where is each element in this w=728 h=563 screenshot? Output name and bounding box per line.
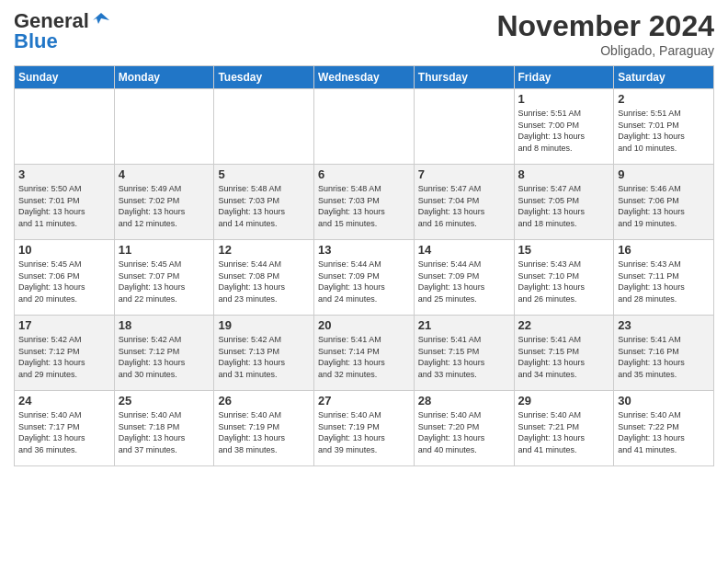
- day-detail: Sunrise: 5:40 AM Sunset: 7:20 PM Dayligh…: [418, 409, 510, 455]
- week-row-4: 17Sunrise: 5:42 AM Sunset: 7:12 PM Dayli…: [15, 316, 714, 391]
- logo-bird-icon: [91, 11, 111, 31]
- day-number: 26: [218, 394, 310, 408]
- day-number: 28: [418, 394, 510, 408]
- day-detail: Sunrise: 5:41 AM Sunset: 7:15 PM Dayligh…: [418, 334, 510, 380]
- day-detail: Sunrise: 5:40 AM Sunset: 7:18 PM Dayligh…: [119, 409, 210, 455]
- day-number: 16: [618, 243, 710, 257]
- header-day-tuesday: Tuesday: [214, 66, 314, 89]
- day-number: 14: [418, 243, 510, 257]
- day-detail: Sunrise: 5:41 AM Sunset: 7:15 PM Dayligh…: [518, 334, 610, 380]
- day-number: 7: [418, 167, 510, 181]
- day-detail: Sunrise: 5:50 AM Sunset: 7:01 PM Dayligh…: [18, 183, 110, 229]
- calendar-cell: [214, 89, 314, 165]
- day-detail: Sunrise: 5:40 AM Sunset: 7:21 PM Dayligh…: [518, 409, 610, 455]
- calendar-cell: 26Sunrise: 5:40 AM Sunset: 7:19 PM Dayli…: [214, 391, 314, 466]
- day-number: 5: [218, 167, 310, 181]
- calendar-cell: 21Sunrise: 5:41 AM Sunset: 7:15 PM Dayli…: [414, 316, 514, 391]
- day-detail: Sunrise: 5:44 AM Sunset: 7:08 PM Dayligh…: [218, 259, 310, 304]
- day-detail: Sunrise: 5:40 AM Sunset: 7:22 PM Dayligh…: [618, 409, 710, 455]
- day-detail: Sunrise: 5:47 AM Sunset: 7:05 PM Dayligh…: [518, 183, 610, 229]
- header-day-wednesday: Wednesday: [314, 66, 415, 89]
- day-detail: Sunrise: 5:42 AM Sunset: 7:13 PM Dayligh…: [218, 334, 310, 380]
- day-number: 15: [518, 243, 610, 257]
- day-detail: Sunrise: 5:49 AM Sunset: 7:02 PM Dayligh…: [119, 183, 210, 229]
- calendar-cell: 4Sunrise: 5:49 AM Sunset: 7:02 PM Daylig…: [114, 165, 214, 240]
- calendar-cell: 17Sunrise: 5:42 AM Sunset: 7:12 PM Dayli…: [15, 316, 115, 391]
- header-day-sunday: Sunday: [15, 66, 115, 89]
- day-number: 2: [618, 92, 710, 106]
- day-detail: Sunrise: 5:40 AM Sunset: 7:19 PM Dayligh…: [318, 409, 410, 455]
- calendar-cell: 24Sunrise: 5:40 AM Sunset: 7:17 PM Dayli…: [15, 391, 115, 466]
- day-number: 19: [218, 318, 310, 332]
- day-detail: Sunrise: 5:43 AM Sunset: 7:10 PM Dayligh…: [518, 259, 610, 304]
- day-number: 24: [18, 394, 110, 408]
- calendar-cell: 22Sunrise: 5:41 AM Sunset: 7:15 PM Dayli…: [514, 316, 614, 391]
- day-detail: Sunrise: 5:51 AM Sunset: 7:00 PM Dayligh…: [518, 108, 610, 154]
- calendar-table: SundayMondayTuesdayWednesdayThursdayFrid…: [14, 65, 714, 466]
- calendar-cell: 25Sunrise: 5:40 AM Sunset: 7:18 PM Dayli…: [114, 391, 214, 466]
- header-day-monday: Monday: [114, 66, 214, 89]
- day-number: 22: [518, 318, 610, 332]
- day-number: 1: [518, 92, 610, 106]
- calendar-cell: 3Sunrise: 5:50 AM Sunset: 7:01 PM Daylig…: [15, 165, 115, 240]
- header-row: SundayMondayTuesdayWednesdayThursdayFrid…: [15, 66, 714, 89]
- day-number: 17: [18, 318, 110, 332]
- calendar-cell: 9Sunrise: 5:46 AM Sunset: 7:06 PM Daylig…: [614, 165, 714, 240]
- calendar-cell: 5Sunrise: 5:48 AM Sunset: 7:03 PM Daylig…: [214, 165, 314, 240]
- day-detail: Sunrise: 5:44 AM Sunset: 7:09 PM Dayligh…: [418, 259, 510, 304]
- calendar-cell: 20Sunrise: 5:41 AM Sunset: 7:14 PM Dayli…: [314, 316, 415, 391]
- day-detail: Sunrise: 5:46 AM Sunset: 7:06 PM Dayligh…: [618, 183, 710, 229]
- day-detail: Sunrise: 5:41 AM Sunset: 7:16 PM Dayligh…: [618, 334, 710, 380]
- day-detail: Sunrise: 5:48 AM Sunset: 7:03 PM Dayligh…: [218, 183, 310, 229]
- calendar-cell: 14Sunrise: 5:44 AM Sunset: 7:09 PM Dayli…: [414, 240, 514, 316]
- day-detail: Sunrise: 5:44 AM Sunset: 7:09 PM Dayligh…: [318, 259, 410, 304]
- title-block: November 2024 Obligado, Paraguay: [496, 9, 714, 58]
- day-number: 21: [418, 318, 510, 332]
- header-day-friday: Friday: [514, 66, 614, 89]
- day-detail: Sunrise: 5:47 AM Sunset: 7:04 PM Dayligh…: [418, 183, 510, 229]
- week-row-3: 10Sunrise: 5:45 AM Sunset: 7:06 PM Dayli…: [15, 240, 714, 316]
- logo: General Blue: [14, 9, 111, 53]
- calendar-cell: 11Sunrise: 5:45 AM Sunset: 7:07 PM Dayli…: [114, 240, 214, 316]
- calendar-cell: [15, 89, 115, 165]
- week-row-1: 1Sunrise: 5:51 AM Sunset: 7:00 PM Daylig…: [15, 89, 714, 165]
- calendar-cell: 10Sunrise: 5:45 AM Sunset: 7:06 PM Dayli…: [15, 240, 115, 316]
- calendar-cell: 18Sunrise: 5:42 AM Sunset: 7:12 PM Dayli…: [114, 316, 214, 391]
- day-number: 29: [518, 394, 610, 408]
- day-detail: Sunrise: 5:40 AM Sunset: 7:17 PM Dayligh…: [18, 409, 110, 455]
- calendar-cell: 16Sunrise: 5:43 AM Sunset: 7:11 PM Dayli…: [614, 240, 714, 316]
- calendar-cell: 1Sunrise: 5:51 AM Sunset: 7:00 PM Daylig…: [514, 89, 614, 165]
- day-detail: Sunrise: 5:45 AM Sunset: 7:07 PM Dayligh…: [119, 259, 210, 304]
- day-number: 20: [318, 318, 410, 332]
- day-number: 8: [518, 167, 610, 181]
- calendar-cell: 15Sunrise: 5:43 AM Sunset: 7:10 PM Dayli…: [514, 240, 614, 316]
- day-number: 25: [119, 394, 210, 408]
- calendar-cell: [114, 89, 214, 165]
- day-number: 9: [618, 167, 710, 181]
- day-detail: Sunrise: 5:40 AM Sunset: 7:19 PM Dayligh…: [218, 409, 310, 455]
- day-detail: Sunrise: 5:43 AM Sunset: 7:11 PM Dayligh…: [618, 259, 710, 304]
- svg-marker-0: [93, 13, 109, 24]
- calendar-cell: 12Sunrise: 5:44 AM Sunset: 7:08 PM Dayli…: [214, 240, 314, 316]
- calendar-cell: 7Sunrise: 5:47 AM Sunset: 7:04 PM Daylig…: [414, 165, 514, 240]
- calendar-cell: 23Sunrise: 5:41 AM Sunset: 7:16 PM Dayli…: [614, 316, 714, 391]
- day-number: 13: [318, 243, 410, 257]
- week-row-5: 24Sunrise: 5:40 AM Sunset: 7:17 PM Dayli…: [15, 391, 714, 466]
- header: General Blue November 2024 Obligado, Par…: [14, 9, 714, 58]
- day-detail: Sunrise: 5:45 AM Sunset: 7:06 PM Dayligh…: [18, 259, 110, 304]
- day-number: 27: [318, 394, 410, 408]
- day-number: 23: [618, 318, 710, 332]
- location: Obligado, Paraguay: [496, 43, 714, 58]
- day-detail: Sunrise: 5:51 AM Sunset: 7:01 PM Dayligh…: [618, 108, 710, 154]
- calendar-cell: [314, 89, 415, 165]
- day-detail: Sunrise: 5:42 AM Sunset: 7:12 PM Dayligh…: [119, 334, 210, 380]
- day-number: 30: [618, 394, 710, 408]
- day-number: 3: [18, 167, 110, 181]
- day-detail: Sunrise: 5:48 AM Sunset: 7:03 PM Dayligh…: [318, 183, 410, 229]
- calendar-cell: 27Sunrise: 5:40 AM Sunset: 7:19 PM Dayli…: [314, 391, 415, 466]
- calendar-cell: 6Sunrise: 5:48 AM Sunset: 7:03 PM Daylig…: [314, 165, 415, 240]
- day-number: 11: [119, 243, 210, 257]
- logo-blue-text: Blue: [14, 29, 58, 53]
- week-row-2: 3Sunrise: 5:50 AM Sunset: 7:01 PM Daylig…: [15, 165, 714, 240]
- calendar-cell: 30Sunrise: 5:40 AM Sunset: 7:22 PM Dayli…: [614, 391, 714, 466]
